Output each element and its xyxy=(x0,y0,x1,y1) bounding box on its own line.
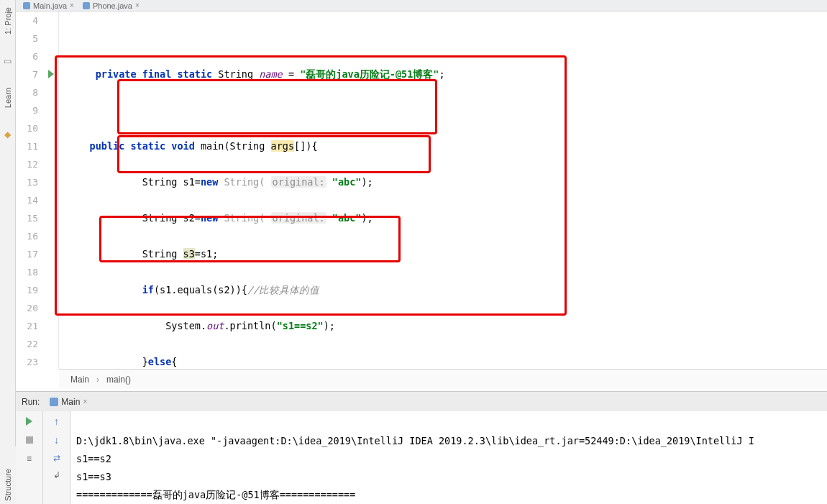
code-comment: //比较具体的值 xyxy=(247,284,319,295)
learn-icon: ◆ xyxy=(4,129,11,139)
rerun-button[interactable] xyxy=(24,416,35,427)
close-icon[interactable]: × xyxy=(83,398,87,406)
run-tool-window-header: Run: Main × xyxy=(16,391,827,411)
code-text: []){ xyxy=(294,140,318,152)
app-icon xyxy=(50,398,58,406)
code-text: ); xyxy=(361,212,373,224)
console-line: D:\jdk1.8\bin\java.exe "-javaagent:D:\id… xyxy=(76,435,754,446)
code-text: main(String xyxy=(201,140,271,152)
arrow-down-icon: ↓ xyxy=(54,434,59,446)
code-hl: s3 xyxy=(183,248,195,260)
breadcrumb-method[interactable]: main() xyxy=(106,375,131,385)
code-text: System. xyxy=(165,320,206,331)
code-text: String s2= xyxy=(142,212,201,224)
editor-gutter: 4 5 6 7 8 9 10 11 12 13 14 15 16 17 18 1… xyxy=(16,12,59,369)
code-kw: else xyxy=(148,356,172,367)
editor-tabs: Main.java × Phone.java × xyxy=(16,0,827,12)
code-text: String( xyxy=(224,212,270,224)
code-string: "s1==s2" xyxy=(277,320,324,331)
console-line: s1==s2 xyxy=(76,453,111,464)
code-string: "abc" xyxy=(332,212,362,224)
parameter-hint: original: xyxy=(271,212,326,224)
breadcrumb-class[interactable]: Main xyxy=(70,375,89,385)
stop-button[interactable] xyxy=(24,434,35,446)
editor-body[interactable]: private final static String name = "磊哥的j… xyxy=(59,12,827,369)
java-file-icon xyxy=(83,2,90,9)
run-label: Run: xyxy=(22,397,40,407)
run-gutter-icon[interactable] xyxy=(48,70,54,78)
breadcrumb[interactable]: Main › main() xyxy=(59,369,827,389)
code-text: String xyxy=(142,248,183,260)
tool-window-project[interactable]: 1: Proje xyxy=(4,7,12,35)
run-actions-secondary: ↑ ↓ ⇄ ↲ xyxy=(43,411,70,504)
tab-label: Main.java xyxy=(33,1,67,11)
code-text: } xyxy=(142,356,148,367)
code-text: String xyxy=(218,68,259,80)
code-kw: private final static xyxy=(96,68,219,80)
close-icon[interactable]: × xyxy=(70,1,74,11)
code-text: String( xyxy=(224,176,270,188)
console-line: s1==s3 xyxy=(76,471,111,482)
arrow-up-icon: ↑ xyxy=(54,416,59,427)
tab-phone-java[interactable]: Phone.java × xyxy=(80,1,142,11)
tab-main-java[interactable]: Main.java × xyxy=(20,1,77,11)
code-kw: if xyxy=(142,284,154,295)
tool-window-learn[interactable]: Learn xyxy=(4,88,12,108)
scroll-down-button[interactable]: ↓ xyxy=(54,434,59,446)
run-tool-window: ≡ ↑ ↓ ⇄ ↲ D:\jdk1.8\bin\java.exe "-javaa… xyxy=(16,411,827,504)
code-string: "abc" xyxy=(332,176,362,188)
code-text: ; xyxy=(439,68,444,80)
side-tool-strip: 1: Proje ▭ Learn ◆ xyxy=(0,0,16,504)
code-kw: new xyxy=(201,212,224,224)
code-kw: public static void xyxy=(90,140,201,152)
code-string: "磊哥的java历险记-@51博客" xyxy=(300,68,439,80)
scroll-up-button[interactable]: ↑ xyxy=(54,416,59,427)
code-text: { xyxy=(171,356,177,367)
close-icon[interactable]: × xyxy=(135,1,140,11)
code-text: .println( xyxy=(224,320,276,331)
layout-icon: ≡ xyxy=(27,454,32,464)
code-text: ); xyxy=(361,176,373,188)
console-output[interactable]: D:\jdk1.8\bin\java.exe "-javaagent:D:\id… xyxy=(70,411,827,504)
code-text: (s1.equals(s2)){ xyxy=(154,284,247,295)
java-file-icon xyxy=(23,2,30,9)
code-text: String s1= xyxy=(142,176,201,188)
sync-button[interactable]: ⇄ xyxy=(53,453,60,463)
code-field: name xyxy=(259,68,283,80)
chevron-right-icon: › xyxy=(96,375,99,385)
wrap-icon: ↲ xyxy=(53,470,60,480)
code-text: = xyxy=(283,68,300,80)
parameter-hint: original: xyxy=(271,176,326,188)
play-icon xyxy=(26,417,32,426)
run-actions-primary: ≡ xyxy=(16,411,43,504)
code-hl: args xyxy=(271,140,295,152)
soft-wrap-button[interactable]: ↲ xyxy=(53,470,60,480)
code-kw: new xyxy=(201,176,224,188)
tool-window-structure[interactable]: Structure xyxy=(4,469,12,501)
sync-icon: ⇄ xyxy=(53,453,60,463)
tab-label: Phone.java xyxy=(93,1,132,11)
code-text: =s1; xyxy=(195,248,219,260)
layout-button[interactable]: ≡ xyxy=(24,453,35,464)
console-line: =============磊哥的java历险记-@51博客===========… xyxy=(76,489,355,500)
code-field: out xyxy=(206,320,224,331)
code-text: ); xyxy=(324,320,335,331)
run-config-tab[interactable]: Main × xyxy=(50,397,87,407)
run-tab-label: Main xyxy=(61,397,80,407)
folder-icon: ▭ xyxy=(4,56,12,66)
stop-icon xyxy=(26,436,33,444)
